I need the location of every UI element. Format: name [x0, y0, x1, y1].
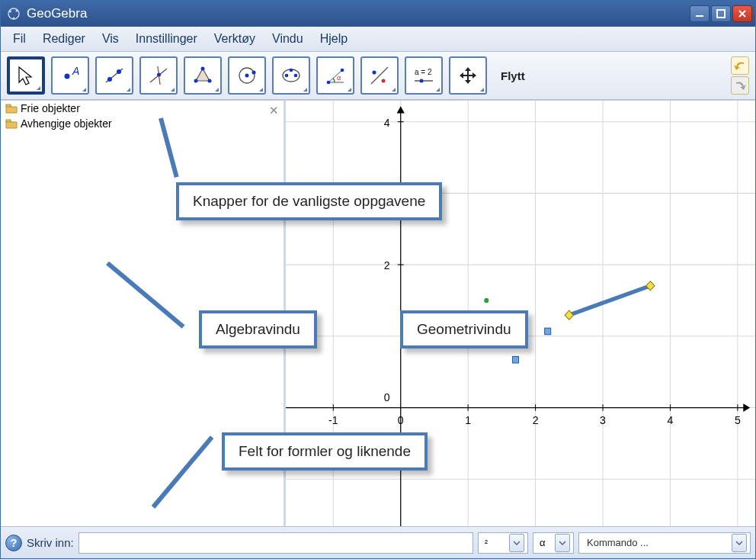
menubar: Fil Rediger Vis Innstillinger Verktøy Vi… — [1, 27, 755, 52]
chevron-down-icon — [127, 88, 130, 92]
tool-circle[interactable] — [228, 56, 266, 95]
chevron-down-icon — [82, 88, 86, 92]
svg-point-20 — [252, 71, 256, 75]
svg-rect-36 — [6, 104, 11, 107]
svg-point-2 — [16, 10, 18, 12]
callout-inputbar: Felt for formler og liknende — [222, 432, 428, 471]
tool-perpendicular[interactable] — [139, 56, 178, 95]
tool-move[interactable] — [7, 56, 45, 95]
toolbar: A — [1, 52, 755, 100]
menu-file[interactable]: Fil — [7, 30, 32, 48]
menu-options[interactable]: Innstillinger — [130, 30, 203, 48]
callout-algebra: Algebravindu — [199, 310, 317, 349]
alpha-select[interactable]: α — [533, 532, 574, 554]
chevron-down-icon — [555, 534, 570, 552]
exponent-select[interactable]: ² — [478, 532, 528, 554]
svg-text:2: 2 — [384, 259, 390, 271]
undo-button[interactable] — [731, 56, 749, 75]
svg-point-22 — [285, 74, 289, 78]
svg-text:0: 0 — [384, 391, 390, 403]
svg-point-16 — [208, 79, 212, 83]
svg-text:A: A — [72, 65, 79, 77]
svg-line-30 — [371, 67, 388, 84]
svg-point-1 — [9, 11, 11, 13]
main-content: ✕ Frie objekter Avhengige objekter — [1, 100, 755, 526]
svg-point-10 — [117, 69, 121, 74]
svg-rect-79 — [512, 356, 518, 363]
callout-toolbar: Knapper for de vanligste oppgavene — [176, 182, 442, 220]
svg-point-19 — [245, 74, 249, 78]
svg-rect-4 — [696, 15, 703, 17]
svg-point-28 — [341, 69, 344, 72]
folder-icon — [5, 118, 18, 129]
chevron-down-icon — [37, 86, 40, 90]
svg-point-76 — [484, 298, 489, 303]
algebra-close-icon[interactable]: ✕ — [269, 104, 279, 117]
menu-help[interactable]: Hjelp — [314, 30, 354, 48]
input-field[interactable] — [78, 532, 473, 554]
chevron-down-icon — [259, 88, 263, 92]
app-title: GeoGebra — [27, 6, 690, 21]
help-icon[interactable]: ? — [5, 535, 22, 551]
svg-marker-54 — [398, 108, 404, 113]
svg-rect-37 — [6, 120, 11, 122]
svg-point-9 — [107, 77, 112, 82]
svg-marker-52 — [744, 404, 749, 411]
menu-edit[interactable]: Rediger — [37, 30, 91, 48]
input-bar: ? Skriv inn: ² α Kommando ... — [1, 526, 755, 558]
menu-view[interactable]: Vis — [96, 30, 125, 48]
tree-dependent-objects[interactable]: Avhengige objekter — [1, 116, 284, 131]
chevron-down-icon — [392, 88, 396, 92]
svg-point-17 — [194, 79, 198, 83]
tree-free-objects[interactable]: Frie objekter — [1, 101, 284, 116]
chevron-down-icon — [348, 88, 351, 92]
folder-icon — [5, 103, 18, 114]
svg-point-15 — [201, 67, 205, 71]
svg-point-24 — [290, 69, 293, 72]
svg-text:α: α — [337, 74, 341, 82]
svg-rect-5 — [717, 10, 725, 18]
svg-point-31 — [373, 71, 376, 75]
svg-line-73 — [569, 286, 651, 315]
svg-point-35 — [420, 79, 424, 83]
chevron-down-icon — [480, 88, 484, 92]
tool-slider[interactable]: a = 2 — [405, 56, 443, 95]
tool-ellipse[interactable] — [272, 56, 310, 95]
input-label: Skriv inn: — [27, 536, 74, 549]
svg-text:1: 1 — [465, 413, 471, 426]
command-select[interactable]: Kommando ... — [578, 532, 751, 554]
svg-point-27 — [327, 81, 331, 85]
svg-text:4: 4 — [384, 117, 390, 129]
titlebar: GeoGebra — [1, 1, 755, 27]
app-icon — [7, 7, 21, 21]
svg-text:4: 4 — [668, 413, 674, 426]
svg-point-3 — [13, 18, 15, 20]
svg-point-23 — [294, 74, 298, 78]
app-window: GeoGebra Fil Rediger Vis Innstillinger V… — [0, 0, 756, 559]
svg-point-6 — [65, 74, 70, 79]
callout-geometry: Geometrivindu — [400, 310, 528, 349]
maximize-button[interactable] — [711, 5, 731, 22]
menu-window[interactable]: Vindu — [266, 30, 309, 48]
tool-point[interactable]: A — [51, 56, 89, 95]
tool-line[interactable] — [95, 56, 133, 95]
menu-tools[interactable]: Verktøy — [208, 30, 261, 48]
chevron-down-icon — [509, 534, 524, 552]
svg-rect-78 — [545, 328, 551, 335]
tool-active-label: Flytt — [493, 69, 725, 82]
redo-button[interactable] — [731, 76, 749, 95]
tool-polygon[interactable] — [184, 56, 222, 95]
minimize-button[interactable] — [690, 5, 710, 22]
svg-text:3: 3 — [600, 413, 606, 426]
chevron-down-icon — [215, 88, 219, 92]
close-button[interactable] — [732, 5, 752, 22]
svg-text:5: 5 — [735, 413, 741, 426]
tool-move-graphics[interactable] — [449, 56, 487, 95]
tool-reflect[interactable] — [360, 56, 399, 95]
svg-text:a = 2: a = 2 — [415, 68, 432, 76]
tree-label: Avhengige objekter — [21, 117, 112, 130]
tool-angle[interactable]: α — [316, 56, 354, 95]
window-controls — [690, 5, 752, 22]
chevron-down-icon — [732, 534, 747, 552]
svg-text:-1: -1 — [328, 413, 338, 426]
